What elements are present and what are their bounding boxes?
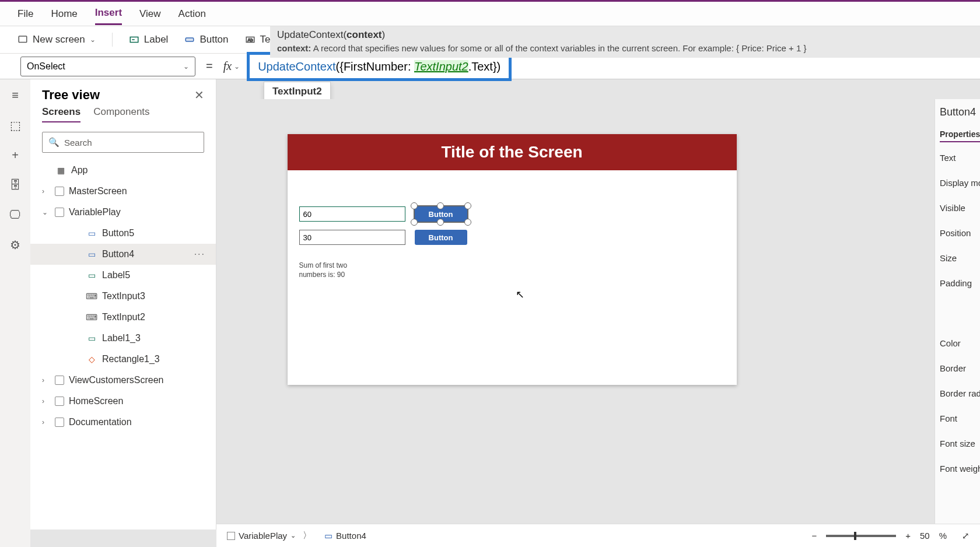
zoom-percent: %: [939, 531, 947, 541]
label-icon: [129, 34, 139, 45]
tree-textinput3[interactable]: ⌨TextInput3: [30, 286, 216, 307]
formula-text: ({FirstNumber:: [336, 60, 414, 73]
tree-button5[interactable]: ▭Button5: [30, 223, 216, 244]
prop-text[interactable]: Text: [940, 153, 975, 163]
textinput-icon: ⌨: [86, 313, 97, 322]
prop-border[interactable]: Border: [940, 363, 975, 373]
intellisense-popup[interactable]: TextInput2: [264, 82, 331, 101]
zoom-value: 50: [920, 531, 930, 541]
data-icon[interactable]: 🗄: [9, 178, 21, 192]
chevron-down-icon[interactable]: ⌄: [234, 62, 240, 71]
breadcrumb-control[interactable]: ▭ Button4: [324, 531, 366, 541]
textinput-icon: ⌨: [86, 292, 97, 301]
prop-font-weight[interactable]: Font weight: [940, 464, 975, 474]
button-label: Button: [200, 34, 228, 45]
fit-screen-icon[interactable]: ⤢: [962, 531, 970, 541]
zoom-out-button[interactable]: −: [811, 531, 817, 541]
tree-app[interactable]: ▦App: [30, 160, 216, 181]
canvas-area[interactable]: Title of the Screen Button Button Sum of…: [228, 99, 796, 524]
button5-preview[interactable]: Button: [415, 230, 467, 245]
search-icon: 🔍: [48, 137, 60, 148]
button-text: Button: [429, 210, 453, 219]
zoom-in-button[interactable]: +: [905, 531, 911, 541]
prop-padding[interactable]: Padding: [940, 278, 975, 288]
help-desc-label: context:: [277, 43, 311, 53]
insert-icon[interactable]: +: [12, 149, 19, 162]
menu-action[interactable]: Action: [178, 3, 206, 24]
formula-ref: TextInput2: [414, 60, 468, 73]
button-icon: ▭: [86, 250, 97, 259]
tree-documentation[interactable]: ›Documentation: [30, 412, 216, 433]
formula-help: UpdateContext(context) context: A record…: [270, 26, 980, 58]
new-screen-button[interactable]: New screen ⌄: [18, 34, 96, 45]
settings-icon[interactable]: ⚙: [10, 238, 20, 252]
prop-color[interactable]: Color: [940, 338, 975, 348]
tree-view-panel: Tree view ✕ Screens Components 🔍 Search …: [30, 79, 216, 530]
hamburger-icon[interactable]: ≡: [12, 89, 19, 102]
menu-view[interactable]: View: [139, 3, 161, 24]
tree-button4[interactable]: ▭Button4···: [30, 244, 216, 265]
media-icon[interactable]: 🖵: [9, 208, 21, 222]
screen-icon: [18, 34, 28, 45]
help-arg: context: [346, 29, 382, 40]
formula-tail: .Text}): [468, 60, 501, 73]
sum-label-preview: Sum of first two numbers is: 90: [299, 261, 358, 279]
screen-preview: Title of the Screen Button Button Sum of…: [288, 134, 737, 385]
textinput2-preview[interactable]: [299, 206, 405, 222]
button-button[interactable]: Button: [184, 34, 228, 45]
menu-file[interactable]: File: [18, 3, 33, 24]
help-desc-text: A record that specifies new values for s…: [313, 43, 807, 53]
prop-position[interactable]: Position: [940, 228, 975, 238]
button-icon: ▭: [86, 229, 97, 238]
help-fn: UpdateContext: [277, 29, 343, 40]
tree-rectangle1-3[interactable]: ◇Rectangle1_3: [30, 349, 216, 370]
tree-label5[interactable]: ▭Label5: [30, 265, 216, 286]
tree-search[interactable]: 🔍 Search: [42, 132, 204, 153]
more-icon[interactable]: ···: [194, 249, 205, 260]
textinput3-preview[interactable]: [299, 230, 405, 245]
button4-preview[interactable]: Button: [415, 206, 467, 222]
tree-label1-3[interactable]: ▭Label1_3: [30, 328, 216, 349]
tree-textinput2[interactable]: ⌨TextInput2: [30, 307, 216, 328]
zoom-slider[interactable]: [826, 535, 896, 537]
prop-font-size[interactable]: Font size: [940, 439, 975, 448]
svg-rect-0: [19, 36, 27, 43]
left-rail: ≡ ⬚ + 🗄 🖵 ⚙: [0, 79, 30, 547]
prop-border-radius[interactable]: Border radius: [940, 388, 975, 398]
tree-homescreen[interactable]: ›HomeScreen: [30, 391, 216, 412]
tree-view-title: Tree view: [42, 87, 100, 103]
label-label: Label: [144, 34, 169, 45]
shape-icon: ◇: [86, 355, 97, 364]
chevron-down-icon: ⌄: [90, 36, 96, 44]
tab-components[interactable]: Components: [93, 106, 149, 122]
button-icon: [184, 34, 195, 45]
properties-panel: Button4 Properties Text Display mode Vis…: [935, 99, 980, 524]
prop-visible[interactable]: Visible: [940, 203, 975, 213]
tree-masterscreen[interactable]: ›MasterScreen: [30, 181, 216, 202]
formula-bar[interactable]: UpdateContext({FirstNumber: TextInput2.T…: [254, 57, 504, 76]
button-text: Button: [429, 233, 453, 242]
svg-text:Ab: Ab: [247, 37, 253, 43]
prop-size[interactable]: Size: [940, 253, 975, 263]
property-selector[interactable]: OnSelect ⌄: [20, 57, 195, 76]
breadcrumb-screen[interactable]: VariablePlay ⌄ 〉: [227, 530, 315, 541]
label-button[interactable]: Label: [129, 34, 169, 45]
menu-home[interactable]: Home: [51, 3, 77, 24]
text-icon: Ab: [245, 34, 256, 45]
tree-variableplay[interactable]: ⌄VariablePlay: [30, 202, 216, 223]
formula-keyword: UpdateContext: [258, 60, 335, 73]
chevron-down-icon: ⌄: [183, 62, 189, 71]
label-icon: ▭: [86, 334, 97, 343]
tree-view-icon[interactable]: ⬚: [10, 118, 21, 132]
status-bar: VariablePlay ⌄ 〉 ▭ Button4 − + 50 % ⤢: [216, 524, 980, 547]
tab-properties[interactable]: Properties: [940, 129, 980, 142]
menu-insert[interactable]: Insert: [95, 2, 122, 25]
app-icon: ▦: [55, 166, 66, 175]
fx-icon: fx: [223, 59, 232, 73]
prop-font[interactable]: Font: [940, 413, 975, 423]
label-icon: ▭: [86, 271, 97, 280]
tree-viewcustomers[interactable]: ›ViewCustomersScreen: [30, 370, 216, 391]
prop-display-mode[interactable]: Display mode: [940, 178, 975, 188]
close-icon[interactable]: ✕: [194, 88, 204, 102]
tab-screens[interactable]: Screens: [42, 106, 80, 122]
